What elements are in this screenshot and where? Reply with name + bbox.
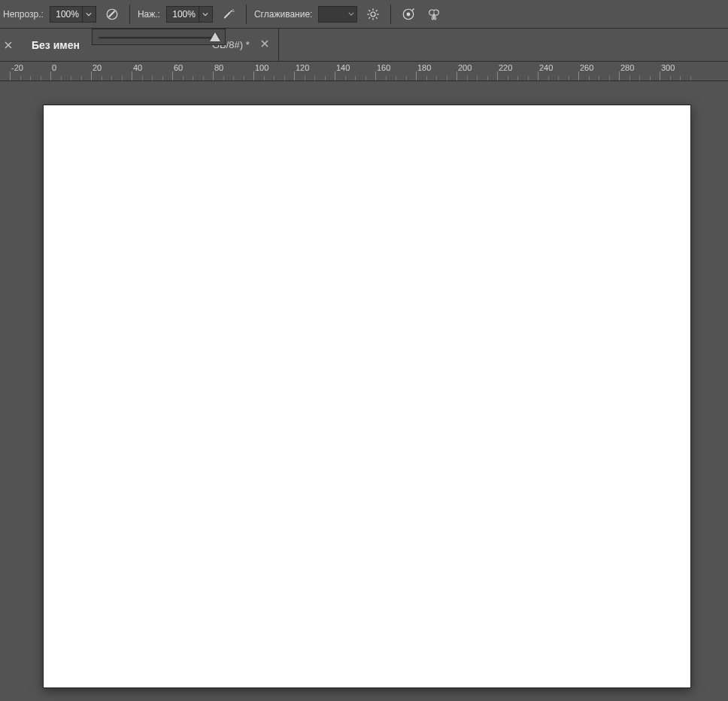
ruler-tick	[660, 71, 660, 80]
ruler-tick-minor	[20, 76, 21, 80]
ruler-tick-minor	[366, 76, 366, 80]
svg-point-13	[407, 12, 411, 16]
ruler-tick-minor	[284, 76, 285, 80]
ruler-tick-minor	[467, 76, 468, 80]
ruler-tick-minor	[122, 76, 123, 80]
ruler-tick-minor	[355, 76, 356, 80]
opacity-label: Непрозр.:	[3, 9, 44, 20]
ruler-tick-minor	[406, 76, 407, 80]
svg-point-1	[232, 9, 233, 10]
symmetry-butterfly-icon[interactable]	[424, 5, 444, 24]
canvas[interactable]	[44, 105, 690, 687]
ruler-tick-minor	[680, 76, 681, 80]
ruler-tick	[538, 71, 538, 80]
ruler-number: 280	[620, 63, 634, 72]
ruler-number: 220	[499, 63, 512, 72]
ruler-number: 140	[336, 63, 350, 72]
ruler-tick-minor	[386, 76, 387, 80]
ruler-tick-minor	[162, 76, 163, 80]
flow-value: 100%	[167, 9, 199, 20]
chevron-down-icon[interactable]	[199, 7, 212, 22]
ruler-tick-minor	[558, 76, 559, 80]
ruler-tick-minor	[152, 76, 153, 80]
ruler-tick	[213, 71, 214, 80]
chevron-down-icon[interactable]	[82, 7, 96, 22]
ruler-tick	[253, 71, 254, 80]
ruler-tick-minor	[589, 76, 590, 80]
svg-line-9	[376, 17, 378, 18]
ruler-tick	[457, 71, 457, 80]
ruler-tick-minor	[487, 76, 488, 80]
ruler-tick-minor	[314, 76, 315, 80]
opacity-slider-popover[interactable]	[92, 29, 226, 45]
ruler-number: 60	[174, 63, 183, 72]
ruler-tick-minor	[203, 76, 204, 80]
ruler-number: 240	[539, 63, 553, 72]
ruler-tick	[91, 71, 92, 80]
ruler-tick-minor	[264, 76, 265, 80]
ruler-tick-minor	[61, 76, 62, 80]
ruler-number: 180	[417, 63, 431, 72]
ruler-tick-minor	[447, 76, 447, 80]
ruler-tick-minor	[325, 76, 326, 80]
gear-icon[interactable]	[363, 5, 383, 24]
ruler-tick-minor	[528, 76, 529, 80]
ruler-tick-minor	[599, 76, 599, 80]
ruler-tick	[50, 71, 51, 80]
ruler-tick-minor	[548, 76, 549, 80]
separator	[390, 5, 391, 24]
ruler-tick-minor	[609, 76, 610, 80]
ruler-tick-minor	[345, 76, 346, 80]
ruler-tick-minor	[477, 76, 478, 80]
opacity-value: 100%	[50, 9, 82, 20]
ruler-tick-minor	[629, 76, 630, 80]
smoothing-label: Сглаживание:	[254, 9, 312, 20]
slider-thumb-icon[interactable]	[210, 32, 220, 41]
smoothing-input[interactable]	[318, 6, 357, 23]
opacity-input[interactable]: 100%	[50, 6, 96, 23]
ruler-number: 120	[296, 63, 309, 72]
svg-line-14	[413, 8, 414, 10]
airbrush-icon[interactable]	[219, 5, 238, 24]
pressure-opacity-icon[interactable]	[102, 5, 122, 24]
ruler-tick	[497, 71, 498, 80]
ruler-number: 200	[458, 63, 472, 72]
ruler-number: 160	[377, 63, 390, 72]
ruler-tick-minor	[30, 76, 31, 80]
ruler-tick-minor	[244, 76, 244, 80]
ruler-tick-minor	[396, 76, 396, 80]
ruler-number: 100	[255, 63, 268, 72]
separator	[129, 5, 130, 24]
separator	[246, 5, 247, 24]
ruler-tick-minor	[71, 76, 71, 80]
ruler-number: 80	[214, 63, 223, 72]
ruler-tick	[375, 71, 376, 80]
ruler-tick-minor	[650, 76, 651, 80]
ruler-tick-minor	[81, 76, 82, 80]
slider-track[interactable]	[99, 37, 219, 39]
ruler-tick-minor	[223, 76, 224, 80]
ruler-number: 20	[93, 63, 102, 72]
workspace	[0, 81, 728, 701]
close-all-icon[interactable]	[0, 29, 17, 61]
ruler-tick-minor	[508, 76, 508, 80]
pressure-size-icon[interactable]	[399, 5, 418, 24]
ruler-tick-minor	[569, 76, 569, 80]
close-icon[interactable]	[260, 39, 269, 50]
document-title-left: Без имен	[32, 39, 80, 51]
svg-line-11	[376, 10, 378, 11]
ruler-number: 40	[133, 63, 142, 72]
ruler-tick-minor	[690, 76, 691, 80]
ruler-tick	[619, 71, 620, 80]
ruler-tick-minor	[142, 76, 143, 80]
chevron-down-icon[interactable]	[346, 7, 356, 22]
svg-point-2	[232, 11, 232, 11]
ruler-number: 300	[661, 63, 675, 72]
svg-point-3	[233, 11, 234, 11]
horizontal-ruler[interactable]: -200204060801001201401601802002202402602…	[0, 62, 728, 81]
ruler-tick-minor	[193, 76, 193, 80]
ruler-number: -20	[11, 63, 23, 72]
ruler-tick-minor	[111, 76, 112, 80]
ruler-tick-minor	[41, 76, 41, 80]
flow-input[interactable]: 100%	[166, 6, 213, 23]
